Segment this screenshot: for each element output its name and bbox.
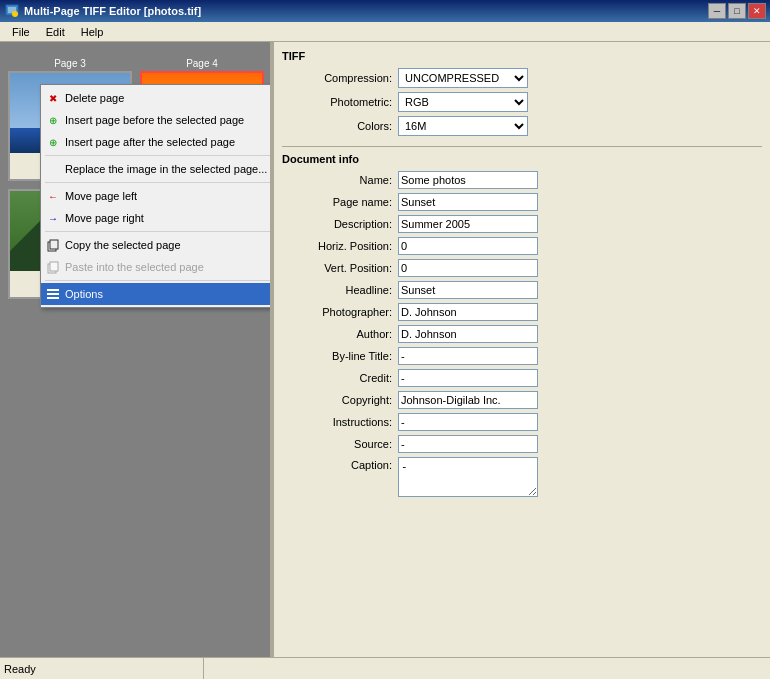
caption-label: Caption: — [282, 457, 392, 471]
thumbnail-panel: Page 3 — [0, 42, 270, 657]
menu-bar: File Edit Help — [0, 22, 770, 42]
maximize-button[interactable]: □ — [728, 3, 746, 19]
replace-icon — [45, 161, 61, 177]
field-row-source: Source: — [282, 435, 762, 453]
ctx-move-left[interactable]: ← Move page left — [41, 185, 270, 207]
ctx-replace[interactable]: Replace the image in the selected page..… — [41, 158, 270, 180]
field-row-horiz: Horiz. Position: — [282, 237, 762, 255]
status-bar: Ready — [0, 657, 770, 679]
page4-label: Page 4 — [186, 58, 218, 69]
pagename-label: Page name: — [282, 196, 392, 208]
ctx-paste: Paste into the selected page — [41, 256, 270, 278]
field-row-headline: Headline: — [282, 281, 762, 299]
field-row-photographer: Photographer: — [282, 303, 762, 321]
window-controls: ─ □ ✕ — [708, 3, 766, 19]
copyright-label: Copyright: — [282, 394, 392, 406]
app-icon — [4, 3, 20, 19]
instructions-input[interactable] — [398, 413, 538, 431]
svg-point-2 — [12, 11, 18, 17]
credit-input[interactable] — [398, 369, 538, 387]
photographer-input[interactable] — [398, 303, 538, 321]
context-menu: ✖ Delete page ⊕ Insert page before the s… — [40, 84, 270, 308]
paste-icon — [45, 259, 61, 275]
insert-after-icon: ⊕ — [45, 134, 61, 150]
field-row-copyright: Copyright: — [282, 391, 762, 409]
source-input[interactable] — [398, 435, 538, 453]
svg-rect-19 — [50, 262, 58, 271]
photographer-label: Photographer: — [282, 306, 392, 318]
ctx-insert-before[interactable]: ⊕ Insert page before the selected page — [41, 109, 270, 131]
ctx-copy[interactable]: Copy the selected page — [41, 234, 270, 256]
svg-rect-17 — [50, 240, 58, 249]
menu-file[interactable]: File — [4, 24, 38, 40]
window-title: Multi-Page TIFF Editor [photos.tif] — [24, 5, 708, 17]
field-row-credit: Credit: — [282, 369, 762, 387]
field-row-description: Description: — [282, 215, 762, 233]
field-row-byline: By-line Title: — [282, 347, 762, 365]
horiz-input[interactable] — [398, 237, 538, 255]
ctx-sep-2 — [45, 182, 270, 183]
field-row-author: Author: — [282, 325, 762, 343]
byline-input[interactable] — [398, 347, 538, 365]
horiz-label: Horiz. Position: — [282, 240, 392, 252]
vert-input[interactable] — [398, 259, 538, 277]
byline-label: By-line Title: — [282, 350, 392, 362]
close-button[interactable]: ✕ — [748, 3, 766, 19]
insert-before-icon: ⊕ — [45, 112, 61, 128]
copyright-input[interactable] — [398, 391, 538, 409]
doc-info-title: Document info — [282, 153, 762, 165]
compression-label: Compression: — [282, 72, 392, 84]
right-panel: TIFF Compression: UNCOMPRESSED LZW JPEG … — [274, 42, 770, 657]
colors-select[interactable]: 16M 256 16 2 — [398, 116, 528, 136]
headline-input[interactable] — [398, 281, 538, 299]
tiff-section: TIFF Compression: UNCOMPRESSED LZW JPEG … — [282, 50, 762, 136]
move-right-icon: → — [45, 210, 61, 226]
svg-rect-20 — [47, 289, 59, 291]
options-icon — [45, 286, 61, 302]
description-label: Description: — [282, 218, 392, 230]
compression-select[interactable]: UNCOMPRESSED LZW JPEG PackBits — [398, 68, 528, 88]
ctx-move-right[interactable]: → Move page right — [41, 207, 270, 229]
minimize-button[interactable]: ─ — [708, 3, 726, 19]
field-row-vert: Vert. Position: — [282, 259, 762, 277]
instructions-label: Instructions: — [282, 416, 392, 428]
source-label: Source: — [282, 438, 392, 450]
menu-help[interactable]: Help — [73, 24, 112, 40]
credit-label: Credit: — [282, 372, 392, 384]
status-text: Ready — [4, 658, 204, 679]
name-input[interactable] — [398, 171, 538, 189]
ctx-options[interactable]: Options — [41, 283, 270, 305]
description-input[interactable] — [398, 215, 538, 233]
ctx-sep-3 — [45, 231, 270, 232]
pagename-input[interactable] — [398, 193, 538, 211]
colors-row: Colors: 16M 256 16 2 — [282, 116, 762, 136]
copy-icon — [45, 237, 61, 253]
svg-rect-22 — [47, 297, 59, 299]
ctx-sep-1 — [45, 155, 270, 156]
author-label: Author: — [282, 328, 392, 340]
ctx-sep-4 — [45, 280, 270, 281]
colors-label: Colors: — [282, 120, 392, 132]
document-info-section: Document info Name: Page name: Descripti… — [282, 146, 762, 497]
photometric-select[interactable]: RGB YCbCr CMYK Grayscale — [398, 92, 528, 112]
photometric-row: Photometric: RGB YCbCr CMYK Grayscale — [282, 92, 762, 112]
field-row-pagename: Page name: — [282, 193, 762, 211]
author-input[interactable] — [398, 325, 538, 343]
name-label: Name: — [282, 174, 392, 186]
main-area: Page 3 — [0, 42, 770, 657]
menu-edit[interactable]: Edit — [38, 24, 73, 40]
ctx-delete[interactable]: ✖ Delete page — [41, 87, 270, 109]
vert-label: Vert. Position: — [282, 262, 392, 274]
move-left-icon: ← — [45, 188, 61, 204]
field-row-caption: Caption: - — [282, 457, 762, 497]
caption-textarea[interactable]: - — [398, 457, 538, 497]
photometric-label: Photometric: — [282, 96, 392, 108]
compression-row: Compression: UNCOMPRESSED LZW JPEG PackB… — [282, 68, 762, 88]
headline-label: Headline: — [282, 284, 392, 296]
field-row-name: Name: — [282, 171, 762, 189]
ctx-insert-after[interactable]: ⊕ Insert page after the selected page — [41, 131, 270, 153]
svg-rect-21 — [47, 293, 59, 295]
title-bar: Multi-Page TIFF Editor [photos.tif] ─ □ … — [0, 0, 770, 22]
field-row-instructions: Instructions: — [282, 413, 762, 431]
delete-icon: ✖ — [45, 90, 61, 106]
